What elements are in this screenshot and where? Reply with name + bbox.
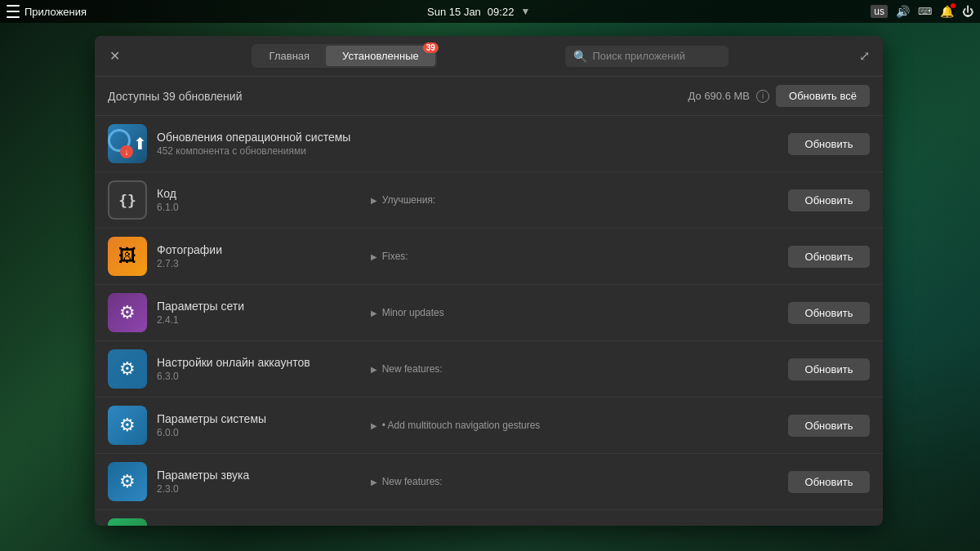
table-row: 🖼 Фотографии 2.7.3 ▶ Fixes: Обновить xyxy=(95,229,883,285)
table-row: ⚙ Настройки онлайн аккаунтов 6.3.0 ▶ New… xyxy=(95,341,883,398)
tab-badge: 39 xyxy=(423,42,439,53)
app-info: Параметры звука 2.3.0 xyxy=(157,469,361,495)
update-button[interactable]: Обновить xyxy=(788,189,870,211)
update-button[interactable]: Обновить xyxy=(788,246,870,268)
expand-notes-icon[interactable]: ▶ xyxy=(371,365,377,374)
app-name: Настройки онлайн аккаунтов xyxy=(157,356,361,369)
update-all-button[interactable]: Обновить всё xyxy=(776,85,870,107)
note-text: New features: xyxy=(382,363,443,375)
update-notes[interactable]: ▶ Minor updates xyxy=(371,307,778,318)
updates-list: ↓ Обновления операционной системы 452 ко… xyxy=(95,116,883,526)
app-info: Параметры сети 2.4.1 xyxy=(157,300,361,326)
notification-icon[interactable]: 🔔 xyxy=(940,5,954,18)
updates-size: До 690.6 MB xyxy=(688,90,750,102)
table-row: 🧩 Меню приложений 2.10.2 ▶ Improvements:… xyxy=(95,510,883,526)
update-button[interactable]: Обновить xyxy=(788,415,870,437)
search-icon: 🔍 xyxy=(573,50,587,63)
taskbar-date: Sun 15 Jan xyxy=(427,6,481,18)
note-text: Улучшения: xyxy=(382,194,436,206)
update-button[interactable]: Обновить xyxy=(788,302,870,324)
app-icon-appmenu: 🧩 xyxy=(108,518,147,526)
app-name: Параметры звука xyxy=(157,469,361,482)
software-update-dialog: ✕ Главная Установленные 39 🔍 ⤢ Доступны … xyxy=(95,36,883,526)
taskbar-center: Sun 15 Jan 09:22 ▼ xyxy=(427,6,530,18)
app-version: 452 компонента с обновлениями xyxy=(157,145,361,157)
note-text: • Add multitouch navigation gestures xyxy=(382,420,541,431)
app-version: 6.3.0 xyxy=(157,371,361,382)
app-name: Меню приложений xyxy=(157,525,361,526)
dialog-search[interactable]: 🔍 xyxy=(565,46,728,67)
info-icon[interactable]: i xyxy=(756,90,769,103)
update-notes[interactable]: ▶ Улучшения: xyxy=(371,194,778,206)
apps-label[interactable]: Приложения xyxy=(24,6,87,18)
table-row: ⚙ Параметры звука 2.3.0 ▶ New features: … xyxy=(95,454,883,510)
updates-bar: Доступны 39 обновлений До 690.6 MB i Обн… xyxy=(95,77,883,116)
update-notes[interactable]: ▶ Fixes: xyxy=(371,251,778,262)
app-info: Меню приложений 2.10.2 xyxy=(157,525,361,526)
update-notes[interactable]: ▶ • Add multitouch navigation gestures xyxy=(371,420,778,431)
note-text: Fixes: xyxy=(382,251,408,262)
updates-count: Доступны 39 обновлений xyxy=(108,90,243,103)
taskbar-time-suffix: ▼ xyxy=(520,6,530,17)
app-version: 6.0.0 xyxy=(157,427,361,438)
app-version: 2.7.3 xyxy=(157,258,361,269)
note-text: Minor updates xyxy=(382,307,444,318)
taskbar-time: 09:22 xyxy=(488,6,514,18)
expand-notes-icon[interactable]: ▶ xyxy=(371,478,377,487)
app-info: Обновления операционной системы 452 комп… xyxy=(157,131,361,157)
app-icon-os: ↓ xyxy=(108,124,147,163)
app-icon-photos: 🖼 xyxy=(108,237,147,276)
table-row: {} Код 6.1.0 ▶ Улучшения: Обновить xyxy=(95,172,883,229)
app-name: Обновления операционной системы xyxy=(157,131,361,144)
table-row: ⚙ Параметры системы 6.0.0 ▶ • Add multit… xyxy=(95,398,883,454)
power-icon[interactable]: ⏻ xyxy=(962,5,973,18)
expand-notes-icon[interactable]: ▶ xyxy=(371,309,377,318)
tab-installed[interactable]: Установленные 39 xyxy=(326,46,435,66)
app-name: Фотографии xyxy=(157,243,361,256)
update-button[interactable]: Обновить xyxy=(788,471,870,493)
update-notes[interactable]: ▶ New features: xyxy=(371,363,778,375)
expand-notes-icon[interactable]: ▶ xyxy=(371,252,377,261)
apps-menu-icon[interactable] xyxy=(7,5,20,18)
app-icon-online: ⚙ xyxy=(108,349,147,389)
updates-right: До 690.6 MB i Обновить всё xyxy=(688,85,870,107)
keyboard-icon[interactable]: ⌨ xyxy=(918,6,932,17)
app-info: Настройки онлайн аккаунтов 6.3.0 xyxy=(157,356,361,382)
app-icon-sound: ⚙ xyxy=(108,462,147,501)
app-name: Параметры системы xyxy=(157,412,361,425)
app-icon-code: {} xyxy=(108,180,147,220)
dialog-header: ✕ Главная Установленные 39 🔍 ⤢ xyxy=(95,36,883,77)
expand-notes-icon[interactable]: ▶ xyxy=(371,421,377,430)
update-button[interactable]: Обновить xyxy=(788,358,870,380)
app-version: 2.4.1 xyxy=(157,314,361,326)
taskbar-left: Приложения xyxy=(7,5,87,18)
dialog-tabs: Главная Установленные 39 xyxy=(252,44,437,68)
app-info: Параметры системы 6.0.0 xyxy=(157,412,361,438)
taskbar: Приложения Sun 15 Jan 09:22 ▼ us 🔊 ⌨ 🔔 ⏻ xyxy=(0,0,980,23)
os-arrow-icon: ↓ xyxy=(120,145,133,158)
volume-icon[interactable]: 🔊 xyxy=(896,5,910,18)
app-info: Код 6.1.0 xyxy=(157,187,361,213)
app-icon-system: ⚙ xyxy=(108,406,147,445)
tab-main[interactable]: Главная xyxy=(253,46,326,66)
table-row: ↓ Обновления операционной системы 452 ко… xyxy=(95,116,883,172)
expand-button[interactable]: ⤢ xyxy=(858,47,871,65)
app-name: Код xyxy=(157,187,361,200)
dialog-close-button[interactable]: ✕ xyxy=(106,48,122,64)
app-name: Параметры сети xyxy=(157,300,361,313)
table-row: ⚙ Параметры сети 2.4.1 ▶ Minor updates О… xyxy=(95,285,883,341)
expand-notes-icon[interactable]: ▶ xyxy=(371,196,377,205)
note-text: New features: xyxy=(382,476,443,487)
update-button[interactable]: Обновить xyxy=(788,133,870,155)
app-icon-network: ⚙ xyxy=(108,293,147,332)
app-info: Фотографии 2.7.3 xyxy=(157,243,361,269)
lang-indicator[interactable]: us xyxy=(871,5,888,18)
search-input[interactable] xyxy=(592,50,715,62)
app-version: 2.3.0 xyxy=(157,483,361,495)
update-notes[interactable]: ▶ New features: xyxy=(371,476,778,487)
taskbar-right: us 🔊 ⌨ 🔔 ⏻ xyxy=(871,5,973,18)
app-version: 6.1.0 xyxy=(157,202,361,213)
